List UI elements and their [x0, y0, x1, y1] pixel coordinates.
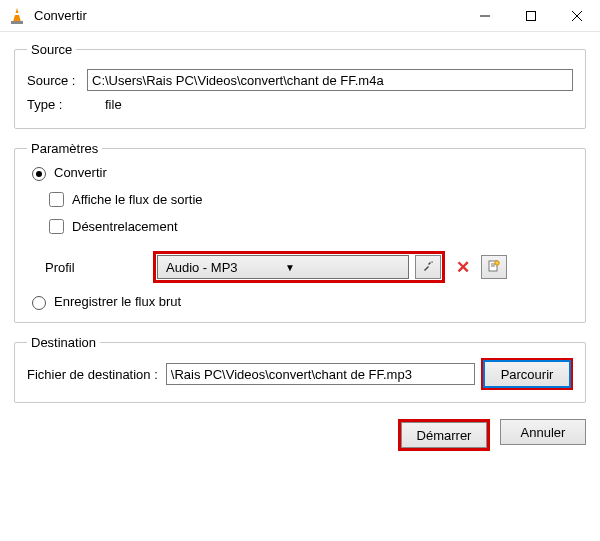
- destination-file-input[interactable]: [166, 363, 475, 385]
- browse-button[interactable]: Parcourir: [484, 361, 570, 387]
- source-label: Source :: [27, 73, 87, 88]
- start-highlight: Démarrer: [398, 419, 490, 451]
- source-group: Source Source : Type : file: [14, 42, 586, 129]
- dump-raw-radio[interactable]: [32, 296, 46, 310]
- deinterlace-checkbox[interactable]: [49, 219, 64, 234]
- parameters-legend: Paramètres: [27, 141, 102, 156]
- type-value: file: [105, 97, 122, 112]
- destination-group: Destination Fichier de destination : Par…: [14, 335, 586, 403]
- wrench-icon: [421, 259, 435, 276]
- source-legend: Source: [27, 42, 76, 57]
- minimize-button[interactable]: [462, 0, 508, 32]
- delete-profile-button[interactable]: ✕: [451, 255, 475, 279]
- browse-highlight: Parcourir: [481, 358, 573, 390]
- titlebar: Convertir: [0, 0, 600, 32]
- close-button[interactable]: [554, 0, 600, 32]
- convert-radio[interactable]: [32, 167, 46, 181]
- svg-rect-2: [11, 21, 23, 24]
- edit-profile-button[interactable]: [415, 255, 441, 279]
- profil-value: Audio - MP3: [166, 260, 285, 275]
- start-button[interactable]: Démarrer: [401, 422, 487, 448]
- dump-raw-label: Enregistrer le flux brut: [54, 294, 181, 309]
- destination-legend: Destination: [27, 335, 100, 350]
- vlc-icon: [8, 7, 26, 25]
- source-input[interactable]: [87, 69, 573, 91]
- maximize-button[interactable]: [508, 0, 554, 32]
- profil-label: Profil: [45, 260, 153, 275]
- window-title: Convertir: [34, 8, 462, 23]
- svg-rect-4: [527, 11, 536, 20]
- svg-point-10: [495, 260, 499, 264]
- display-output-checkbox[interactable]: [49, 192, 64, 207]
- window-controls: [462, 0, 600, 32]
- new-profile-button[interactable]: [481, 255, 507, 279]
- type-label: Type :: [27, 97, 87, 112]
- new-doc-icon: [487, 259, 501, 276]
- svg-rect-1: [15, 13, 20, 15]
- profil-highlight: Audio - MP3 ▼: [153, 251, 445, 283]
- cancel-button[interactable]: Annuler: [500, 419, 586, 445]
- x-icon: ✕: [456, 257, 470, 278]
- destination-file-label: Fichier de destination :: [27, 367, 158, 382]
- chevron-down-icon: ▼: [285, 262, 404, 273]
- display-output-label: Affiche le flux de sortie: [72, 192, 203, 207]
- parameters-group: Paramètres Convertir Affiche le flux de …: [14, 141, 586, 323]
- convert-label: Convertir: [54, 165, 107, 180]
- profil-combobox[interactable]: Audio - MP3 ▼: [157, 255, 409, 279]
- deinterlace-label: Désentrelacement: [72, 219, 178, 234]
